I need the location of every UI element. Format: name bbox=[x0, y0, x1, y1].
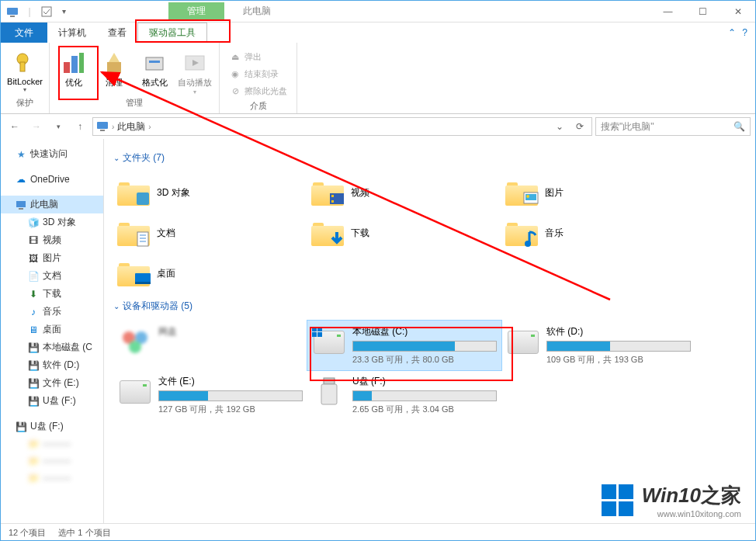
nav-label: 此电脑 bbox=[30, 198, 58, 211]
tab-file[interactable]: 文件 bbox=[1, 23, 47, 43]
group-header-drives[interactable]: ⌄设备和驱动器 (5) bbox=[113, 300, 746, 313]
search-icon[interactable]: 🔍 bbox=[733, 121, 745, 132]
nav-fdrive[interactable]: 💾U盘 (F:) bbox=[1, 392, 103, 410]
windows-logo-icon bbox=[602, 484, 634, 517]
folder-icon bbox=[505, 216, 539, 250]
svg-rect-37 bbox=[317, 332, 322, 337]
context-tab-manage[interactable]: 管理 bbox=[168, 2, 224, 20]
address-box[interactable]: › 此电脑 › ⌄ ⟳ bbox=[92, 117, 592, 136]
checkbox-icon[interactable] bbox=[40, 5, 54, 19]
ribbon-tabs: 文件 计算机 查看 驱动器工具 ⌃ ? bbox=[1, 23, 755, 43]
finish-burn-button[interactable]: ◉结束刻录 bbox=[226, 66, 290, 81]
nav-onedrive[interactable]: ☁OneDrive bbox=[1, 171, 103, 188]
svg-rect-44 bbox=[602, 501, 616, 516]
breadcrumb-thispc[interactable]: 此电脑 bbox=[117, 120, 145, 134]
star-icon: ★ bbox=[15, 148, 27, 161]
chevron-right-icon[interactable]: › bbox=[148, 123, 151, 131]
drive-f[interactable]: U盘 (F:) 2.65 GB 可用，共 3.04 GB bbox=[307, 370, 501, 420]
group-header-folders[interactable]: ⌄文件夹 (7) bbox=[113, 151, 746, 165]
folder-music[interactable]: 音乐 bbox=[501, 213, 695, 253]
up-button[interactable]: ↑ bbox=[71, 117, 89, 136]
nav-ddrive[interactable]: 💾软件 (D:) bbox=[1, 356, 103, 374]
nav-videos[interactable]: 🎞视频 bbox=[1, 231, 103, 249]
group-label-manage: 管理 bbox=[126, 95, 143, 110]
nav-label: 视频 bbox=[43, 234, 61, 247]
folder-3d-objects[interactable]: 3D 对象 bbox=[113, 172, 307, 213]
watermark-url: www.win10xitong.com bbox=[642, 509, 741, 518]
nav-desktop[interactable]: 🖥桌面 bbox=[1, 321, 103, 338]
document-icon: 📄 bbox=[27, 270, 40, 283]
main-area: ★快速访问 ☁OneDrive 此电脑 🧊3D 对象 🎞视频 🖼图片 📄文档 ⬇… bbox=[1, 139, 755, 523]
nav-fdrive-root[interactable]: 💾U盘 (F:) bbox=[1, 418, 103, 435]
nav-documents[interactable]: 📄文档 bbox=[1, 267, 103, 285]
autoplay-button[interactable]: 自动播放 ▾ bbox=[177, 46, 213, 95]
folder-icon bbox=[116, 216, 151, 250]
nav-music[interactable]: ♪音乐 bbox=[1, 303, 103, 321]
search-box[interactable]: 搜索"此电脑" 🔍 bbox=[595, 117, 751, 136]
tab-drive-tools[interactable]: 驱动器工具 bbox=[137, 23, 207, 43]
dropdown-icon[interactable]: ▾ bbox=[57, 5, 71, 19]
minimize-button[interactable]: — bbox=[650, 1, 685, 23]
drive-name: 网盘 bbox=[158, 325, 303, 338]
nav-edrive[interactable]: 💾文件 (E:) bbox=[1, 374, 103, 392]
nav-item-blur1[interactable]: 📁——— bbox=[1, 435, 103, 453]
svg-rect-10 bbox=[149, 61, 160, 63]
maximize-button[interactable]: ☐ bbox=[685, 1, 720, 23]
group-label-protect: 保护 bbox=[16, 95, 33, 110]
nav-3d-objects[interactable]: 🧊3D 对象 bbox=[1, 213, 103, 231]
content-pane[interactable]: ⌄文件夹 (7) 3D 对象 视频 图片 文档 下载 音乐 桌面 ⌄设备和驱动器… bbox=[104, 139, 755, 523]
nav-quick-access[interactable]: ★快速访问 bbox=[1, 145, 103, 163]
svg-rect-15 bbox=[16, 201, 26, 207]
drive-e[interactable]: 文件 (E:) 127 GB 可用，共 192 GB bbox=[113, 370, 307, 420]
navigation-pane[interactable]: ★快速访问 ☁OneDrive 此电脑 🧊3D 对象 🎞视频 🖼图片 📄文档 ⬇… bbox=[1, 139, 104, 523]
music-icon: ♪ bbox=[27, 306, 40, 318]
folder-pictures[interactable]: 图片 bbox=[501, 172, 695, 213]
erase-disc-button[interactable]: ⊘擦除此光盘 bbox=[226, 83, 290, 99]
forward-button[interactable]: → bbox=[27, 117, 46, 136]
nav-this-pc[interactable]: 此电脑 bbox=[1, 196, 103, 213]
eject-button[interactable]: ⏏弹出 bbox=[226, 49, 290, 64]
nav-item-blur2[interactable]: 📁——— bbox=[1, 453, 103, 470]
drive-usage-bar bbox=[158, 390, 303, 401]
nav-cdrive[interactable]: 💾本地磁盘 (C bbox=[1, 338, 103, 356]
chevron-right-icon[interactable]: › bbox=[112, 123, 114, 131]
folder-name: 桌面 bbox=[157, 267, 175, 280]
nav-pictures[interactable]: 🖼图片 bbox=[1, 249, 103, 267]
back-button[interactable]: ← bbox=[5, 117, 24, 136]
nav-downloads[interactable]: ⬇下载 bbox=[1, 285, 103, 303]
address-dropdown[interactable]: ⌄ bbox=[551, 121, 568, 132]
cloud-icon: ☁ bbox=[15, 173, 27, 186]
ribbon-help-icon[interactable]: ⌃ bbox=[728, 27, 736, 38]
cleanup-button[interactable]: 清理 bbox=[96, 46, 132, 88]
drive-usage-bar bbox=[352, 341, 497, 352]
folder-videos[interactable]: 视频 bbox=[307, 172, 501, 213]
folder-name: 音乐 bbox=[545, 227, 564, 240]
drive-c[interactable]: 本地磁盘 (C:) 23.3 GB 可用，共 80.0 GB bbox=[307, 321, 501, 370]
drive-status: 127 GB 可用，共 192 GB bbox=[158, 404, 303, 415]
recent-button[interactable]: ▾ bbox=[49, 117, 68, 136]
bitlocker-button[interactable]: BitLocker ▾ bbox=[7, 46, 43, 93]
drive-icon: 💾 bbox=[27, 359, 40, 372]
svg-point-33 bbox=[129, 341, 141, 353]
folder-desktop[interactable]: 桌面 bbox=[113, 253, 307, 293]
drive-netdisk[interactable]: 网盘 bbox=[113, 321, 307, 370]
format-button[interactable]: 格式化 bbox=[137, 46, 172, 88]
tab-view[interactable]: 查看 bbox=[97, 23, 137, 43]
cube-icon: 🧊 bbox=[27, 217, 40, 229]
ribbon-group-manage: 优化 清理 格式化 自动播放 ▾ 管理 bbox=[50, 43, 220, 113]
autoplay-icon bbox=[182, 50, 207, 75]
svg-rect-4 bbox=[20, 62, 25, 71]
tab-computer[interactable]: 计算机 bbox=[47, 23, 97, 43]
usb-drive-icon bbox=[312, 375, 346, 409]
drive-d[interactable]: 软件 (D:) 109 GB 可用，共 193 GB bbox=[501, 321, 695, 370]
optimize-button[interactable]: 优化 bbox=[56, 46, 92, 88]
picture-icon: 🖼 bbox=[27, 252, 40, 265]
nav-item-blur3[interactable]: 📁——— bbox=[1, 470, 103, 487]
folder-documents[interactable]: 文档 bbox=[113, 213, 307, 253]
folder-downloads[interactable]: 下载 bbox=[307, 213, 501, 253]
ribbon-help2-icon[interactable]: ? bbox=[742, 27, 747, 38]
ribbon-body: BitLocker ▾ 保护 优化 清理 格式化 自动播放 ▾ bbox=[1, 43, 755, 114]
svg-rect-19 bbox=[331, 195, 334, 197]
refresh-button[interactable]: ⟳ bbox=[571, 121, 588, 132]
close-button[interactable]: ✕ bbox=[720, 1, 755, 23]
